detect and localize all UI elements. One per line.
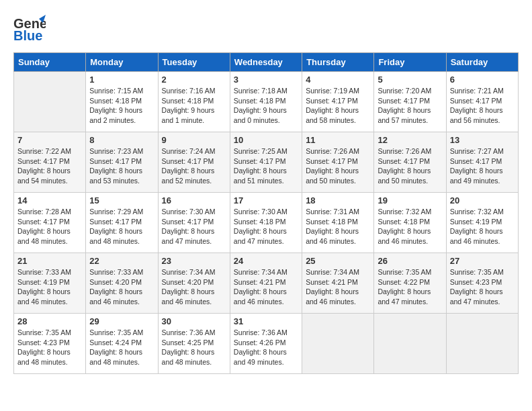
day-info: Sunrise: 7:21 AMSunset: 4:17 PMDaylight:… — [450, 86, 515, 126]
day-info: Sunrise: 7:34 AMSunset: 4:21 PMDaylight:… — [306, 267, 370, 307]
logo: General Blue — [13, 13, 46, 46]
day-number: 28 — [17, 316, 82, 326]
calendar-week-row: 7Sunrise: 7:22 AMSunset: 4:17 PMDaylight… — [14, 132, 519, 193]
day-number: 5 — [378, 75, 442, 85]
calendar-week-row: 21Sunrise: 7:33 AMSunset: 4:19 PMDayligh… — [14, 253, 519, 314]
calendar-day-cell: 22Sunrise: 7:33 AMSunset: 4:20 PMDayligh… — [86, 253, 158, 314]
calendar-table: SundayMondayTuesdayWednesdayThursdayFrid… — [13, 52, 519, 374]
day-number: 21 — [17, 256, 82, 266]
calendar-day-cell: 31Sunrise: 7:36 AMSunset: 4:26 PMDayligh… — [230, 314, 302, 374]
day-info: Sunrise: 7:26 AMSunset: 4:17 PMDaylight:… — [378, 146, 442, 186]
day-number: 31 — [234, 316, 298, 326]
calendar-day-cell: 18Sunrise: 7:31 AMSunset: 4:18 PMDayligh… — [302, 193, 374, 253]
calendar-day-cell: 10Sunrise: 7:25 AMSunset: 4:17 PMDayligh… — [230, 132, 302, 193]
day-info: Sunrise: 7:36 AMSunset: 4:26 PMDaylight:… — [234, 328, 298, 367]
calendar-day-cell: 29Sunrise: 7:35 AMSunset: 4:24 PMDayligh… — [86, 314, 158, 374]
calendar-day-cell: 2Sunrise: 7:16 AMSunset: 4:18 PMDaylight… — [158, 72, 230, 132]
calendar-day-cell: 8Sunrise: 7:23 AMSunset: 4:17 PMDaylight… — [86, 132, 158, 193]
calendar-day-cell — [14, 72, 86, 132]
day-info: Sunrise: 7:34 AMSunset: 4:21 PMDaylight:… — [234, 267, 298, 307]
weekday-header-cell: Sunday — [14, 53, 86, 72]
calendar-day-cell: 7Sunrise: 7:22 AMSunset: 4:17 PMDaylight… — [14, 132, 86, 193]
day-number: 27 — [450, 256, 515, 266]
day-info: Sunrise: 7:35 AMSunset: 4:22 PMDaylight:… — [378, 267, 442, 307]
calendar-day-cell: 13Sunrise: 7:27 AMSunset: 4:17 PMDayligh… — [446, 132, 518, 193]
day-info: Sunrise: 7:23 AMSunset: 4:17 PMDaylight:… — [89, 146, 154, 186]
day-number: 25 — [306, 256, 370, 266]
day-info: Sunrise: 7:15 AMSunset: 4:18 PMDaylight:… — [89, 86, 154, 126]
calendar-day-cell: 5Sunrise: 7:20 AMSunset: 4:17 PMDaylight… — [374, 72, 446, 132]
calendar-day-cell: 3Sunrise: 7:18 AMSunset: 4:18 PMDaylight… — [230, 72, 302, 132]
day-info: Sunrise: 7:35 AMSunset: 4:24 PMDaylight:… — [89, 328, 154, 367]
calendar-week-row: 1Sunrise: 7:15 AMSunset: 4:18 PMDaylight… — [14, 72, 519, 132]
calendar-day-cell: 23Sunrise: 7:34 AMSunset: 4:20 PMDayligh… — [158, 253, 230, 314]
day-info: Sunrise: 7:20 AMSunset: 4:17 PMDaylight:… — [378, 86, 442, 126]
svg-text:Blue: Blue — [13, 28, 42, 43]
day-info: Sunrise: 7:29 AMSunset: 4:17 PMDaylight:… — [89, 207, 154, 246]
weekday-header-cell: Saturday — [446, 53, 518, 72]
page-header: General Blue — [13, 13, 519, 46]
weekday-header-cell: Tuesday — [158, 53, 230, 72]
calendar-day-cell: 24Sunrise: 7:34 AMSunset: 4:21 PMDayligh… — [230, 253, 302, 314]
day-info: Sunrise: 7:22 AMSunset: 4:17 PMDaylight:… — [17, 146, 82, 186]
day-number: 6 — [450, 75, 515, 85]
day-info: Sunrise: 7:27 AMSunset: 4:17 PMDaylight:… — [450, 146, 515, 186]
day-number: 18 — [306, 195, 370, 205]
day-info: Sunrise: 7:35 AMSunset: 4:23 PMDaylight:… — [450, 267, 515, 307]
calendar-day-cell: 15Sunrise: 7:29 AMSunset: 4:17 PMDayligh… — [86, 193, 158, 253]
day-number: 4 — [306, 75, 370, 85]
day-number: 19 — [378, 195, 442, 205]
day-info: Sunrise: 7:35 AMSunset: 4:23 PMDaylight:… — [17, 328, 82, 367]
day-info: Sunrise: 7:36 AMSunset: 4:25 PMDaylight:… — [162, 328, 226, 367]
day-info: Sunrise: 7:33 AMSunset: 4:19 PMDaylight:… — [17, 267, 82, 307]
calendar-week-row: 14Sunrise: 7:28 AMSunset: 4:17 PMDayligh… — [14, 193, 519, 253]
day-info: Sunrise: 7:31 AMSunset: 4:18 PMDaylight:… — [306, 207, 370, 246]
day-info: Sunrise: 7:33 AMSunset: 4:20 PMDaylight:… — [89, 267, 154, 307]
calendar-day-cell: 11Sunrise: 7:26 AMSunset: 4:17 PMDayligh… — [302, 132, 374, 193]
day-number: 30 — [162, 316, 226, 326]
logo-icon: General Blue — [13, 13, 46, 43]
calendar-day-cell: 4Sunrise: 7:19 AMSunset: 4:17 PMDaylight… — [302, 72, 374, 132]
day-number: 16 — [162, 195, 226, 205]
calendar-day-cell: 16Sunrise: 7:30 AMSunset: 4:17 PMDayligh… — [158, 193, 230, 253]
calendar-day-cell — [446, 314, 518, 374]
day-number: 8 — [89, 135, 154, 145]
day-number: 26 — [378, 256, 442, 266]
day-info: Sunrise: 7:16 AMSunset: 4:18 PMDaylight:… — [162, 86, 226, 126]
calendar-day-cell: 25Sunrise: 7:34 AMSunset: 4:21 PMDayligh… — [302, 253, 374, 314]
calendar-day-cell: 6Sunrise: 7:21 AMSunset: 4:17 PMDaylight… — [446, 72, 518, 132]
calendar-day-cell: 20Sunrise: 7:32 AMSunset: 4:19 PMDayligh… — [446, 193, 518, 253]
calendar-day-cell: 21Sunrise: 7:33 AMSunset: 4:19 PMDayligh… — [14, 253, 86, 314]
calendar-day-cell — [302, 314, 374, 374]
day-info: Sunrise: 7:34 AMSunset: 4:20 PMDaylight:… — [162, 267, 226, 307]
day-number: 29 — [89, 316, 154, 326]
weekday-header-cell: Friday — [374, 53, 446, 72]
calendar-day-cell: 14Sunrise: 7:28 AMSunset: 4:17 PMDayligh… — [14, 193, 86, 253]
weekday-header-cell: Thursday — [302, 53, 374, 72]
day-number: 1 — [89, 75, 154, 85]
calendar-day-cell: 30Sunrise: 7:36 AMSunset: 4:25 PMDayligh… — [158, 314, 230, 374]
day-number: 3 — [234, 75, 298, 85]
weekday-header-cell: Wednesday — [230, 53, 302, 72]
day-number: 11 — [306, 135, 370, 145]
day-info: Sunrise: 7:24 AMSunset: 4:17 PMDaylight:… — [162, 146, 226, 186]
day-info: Sunrise: 7:26 AMSunset: 4:17 PMDaylight:… — [306, 146, 370, 186]
day-number: 22 — [89, 256, 154, 266]
weekday-header-cell: Monday — [86, 53, 158, 72]
calendar-day-cell: 19Sunrise: 7:32 AMSunset: 4:18 PMDayligh… — [374, 193, 446, 253]
day-number: 12 — [378, 135, 442, 145]
day-number: 24 — [234, 256, 298, 266]
day-number: 2 — [162, 75, 226, 85]
day-number: 17 — [234, 195, 298, 205]
calendar-week-row: 28Sunrise: 7:35 AMSunset: 4:23 PMDayligh… — [14, 314, 519, 374]
day-number: 23 — [162, 256, 226, 266]
calendar-day-cell: 1Sunrise: 7:15 AMSunset: 4:18 PMDaylight… — [86, 72, 158, 132]
calendar-day-cell: 26Sunrise: 7:35 AMSunset: 4:22 PMDayligh… — [374, 253, 446, 314]
calendar-day-cell: 9Sunrise: 7:24 AMSunset: 4:17 PMDaylight… — [158, 132, 230, 193]
day-number: 14 — [17, 195, 82, 205]
day-number: 9 — [162, 135, 226, 145]
day-number: 13 — [450, 135, 515, 145]
day-info: Sunrise: 7:30 AMSunset: 4:18 PMDaylight:… — [234, 207, 298, 246]
day-info: Sunrise: 7:19 AMSunset: 4:17 PMDaylight:… — [306, 86, 370, 126]
weekday-header-row: SundayMondayTuesdayWednesdayThursdayFrid… — [14, 53, 519, 72]
